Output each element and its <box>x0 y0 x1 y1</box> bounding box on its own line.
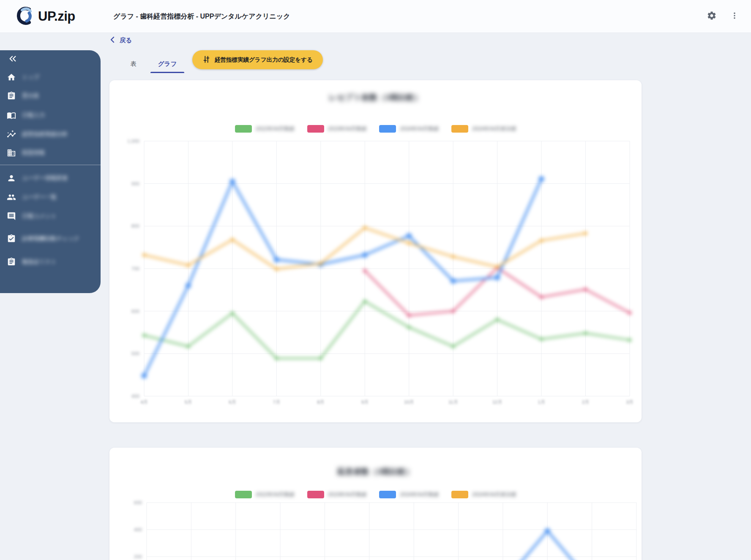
y-axis-tick-label: 600 <box>134 500 142 505</box>
clipboard-check-icon <box>7 234 16 243</box>
tune-icon <box>202 55 210 65</box>
gear-icon <box>707 11 717 22</box>
x-axis-tick-label: 3月 <box>626 400 633 405</box>
tab-table[interactable]: 表 <box>117 55 150 73</box>
insights-icon <box>7 130 16 139</box>
x-axis-tick-label: 1月 <box>538 400 545 405</box>
series-point <box>407 242 411 245</box>
y-axis-tick-label: 200 <box>134 554 142 559</box>
series-point <box>274 257 279 262</box>
y-axis-tick-label: 400 <box>131 394 139 399</box>
sidebar-item-clipboard-list[interactable]: 勉強会リスト <box>0 253 101 270</box>
series-point <box>451 345 455 348</box>
sidebar-item-chat[interactable]: 日報コメント <box>0 208 101 225</box>
series-point <box>229 179 235 184</box>
chat-icon <box>7 212 16 221</box>
y-axis-tick-label: 500 <box>131 351 139 356</box>
sidebar-collapse-button[interactable] <box>7 54 19 65</box>
y-axis-tick-label: 600 <box>131 309 139 314</box>
y-axis-tick-label: 700 <box>131 266 139 271</box>
x-axis-tick-label: 6月 <box>229 400 236 405</box>
series-point <box>628 311 631 315</box>
chart-card-patient-count: 延患者数（3期比較） 2022年04月実績2023年04月実績2024年04月実… <box>109 448 642 560</box>
users-icon <box>7 193 16 202</box>
series-line <box>144 179 541 376</box>
series-point <box>362 252 368 258</box>
sidebar-item-insights[interactable]: 経営指標実績分析 <box>0 126 101 143</box>
series-point <box>142 253 146 257</box>
series-point <box>319 356 322 360</box>
user-icon <box>7 174 16 183</box>
sidebar-item-user[interactable]: ユーザー情報変更 <box>0 170 101 187</box>
series-point <box>407 326 411 329</box>
graph-output-settings-label: 経営指標実績グラフ出力の設定をする <box>215 56 313 64</box>
series-point <box>319 262 322 265</box>
chart-series-group <box>142 176 632 378</box>
series-point <box>494 275 500 280</box>
line-chart: 600400200 <box>109 448 642 560</box>
tab-graph-label: グラフ <box>158 60 177 68</box>
app-root: UP.zip グラフ - 歯科経営指標分析 - UPPデンタルケアクリニック ト… <box>0 0 751 560</box>
series-point <box>539 176 544 182</box>
x-axis-tick-label: 8月 <box>317 400 324 405</box>
building-icon <box>7 148 16 158</box>
back-link[interactable]: 戻る <box>109 36 132 44</box>
y-axis-tick-label: 400 <box>134 527 142 532</box>
sidebar-item-label: 医院情報 <box>22 149 45 157</box>
sidebar-item-label: 日報コメント <box>22 212 57 220</box>
home-icon <box>7 73 16 82</box>
sidebar-item-home[interactable]: トップ <box>0 69 101 86</box>
tab-table-label: 表 <box>131 60 137 68</box>
series-point <box>363 226 366 229</box>
sidebar-item-label: 受付表 <box>22 92 39 100</box>
page-title: グラフ - 歯科経営指標分析 - UPPデンタルケアクリニック <box>113 0 290 33</box>
sidebar-item-label: 経営指標実績分析 <box>22 130 68 139</box>
series-line <box>144 302 630 359</box>
sidebar-item-label: 日報入力 <box>22 111 45 120</box>
line-chart: 1,0009008007006005004004月5月6月7月8月9月10月11… <box>109 80 642 422</box>
sidebar-item-clipboard[interactable]: 受付表 <box>0 87 101 104</box>
series-point <box>584 231 587 235</box>
series-point <box>496 265 499 269</box>
series-point <box>584 332 587 335</box>
sidebar-divider <box>0 165 101 165</box>
series-point <box>142 334 146 337</box>
x-axis-tick-label: 12月 <box>492 400 502 405</box>
logo-icon <box>15 6 35 27</box>
settings-gear-button[interactable] <box>705 9 719 24</box>
logo-text: UP.zip <box>38 9 75 24</box>
sidebar-item-users[interactable]: ユーザー一覧 <box>0 189 101 206</box>
graph-output-settings-button[interactable]: 経営指標実績グラフ出力の設定をする <box>192 50 323 69</box>
chevron-left-icon <box>109 36 115 44</box>
x-axis-tick-label: 2月 <box>582 400 589 405</box>
sidebar-item-label: トップ <box>22 73 39 82</box>
sidebar-item-label: ユーザー情報変更 <box>22 174 68 182</box>
y-axis-tick-label: 1,000 <box>127 139 139 144</box>
series-point <box>407 314 411 317</box>
sidebar-item-clipboard-check[interactable]: 診療報酬自動チェック <box>0 230 101 247</box>
sidebar-item-label: ユーザー一覧 <box>22 193 57 201</box>
book-icon <box>7 111 16 120</box>
tab-bar: 表 グラフ <box>117 55 184 73</box>
more-menu-button[interactable] <box>727 9 742 24</box>
series-point <box>584 288 587 291</box>
sidebar-item-label: 勉強会リスト <box>22 258 57 266</box>
tab-graph[interactable]: グラフ <box>150 55 184 73</box>
sidebar-item-book[interactable]: 日報入力 <box>0 107 101 124</box>
kebab-menu-icon <box>730 11 739 22</box>
clipboard-icon <box>7 91 16 101</box>
chevron-double-left-icon <box>8 54 17 65</box>
sidebar-item-building[interactable]: 医院情報 <box>0 144 101 161</box>
series-point <box>545 528 550 534</box>
series-point <box>628 338 631 342</box>
series-point <box>363 269 366 272</box>
app-logo[interactable]: UP.zip <box>15 7 75 26</box>
series-point <box>406 233 412 239</box>
header-actions <box>705 0 742 33</box>
x-axis-tick-label: 5月 <box>185 400 192 405</box>
series-point <box>231 312 234 315</box>
series-point <box>451 278 456 284</box>
x-axis-tick-label: 4月 <box>140 400 147 405</box>
series-point <box>186 345 190 348</box>
x-axis-tick-label: 9月 <box>361 400 369 405</box>
